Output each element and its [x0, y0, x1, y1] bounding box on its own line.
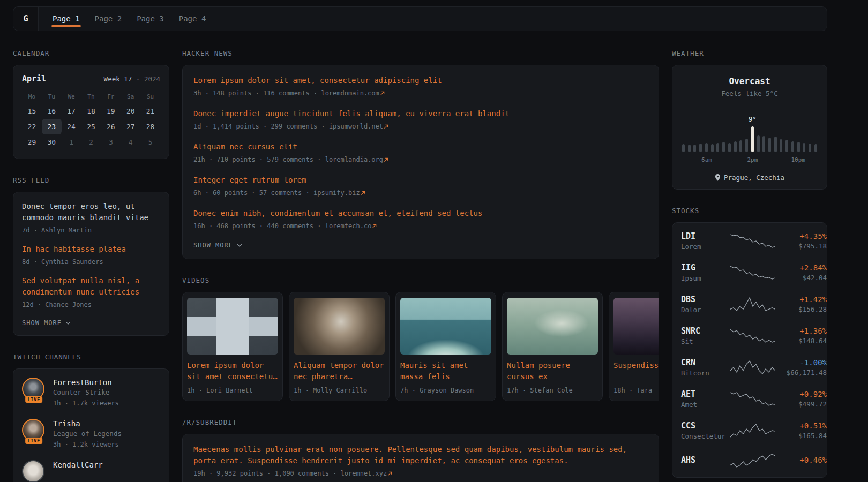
- calendar-day: 27: [121, 119, 140, 134]
- calendar-weekday: Th: [81, 89, 101, 103]
- channel-info: ForrestBurton Counter-Strike 1h · 1.7k v…: [53, 378, 119, 408]
- stock-row[interactable]: DBS Dolor +1.42% $156.28: [681, 295, 818, 314]
- stock-change: +4.35%: [775, 232, 827, 240]
- stock-row[interactable]: LDI Lorem +4.35% $795.18: [681, 231, 818, 251]
- weather-column: [728, 143, 731, 152]
- twitch-widget: TWITCH CHANNELS LIVE ForrestBurton Count…: [13, 353, 169, 482]
- hackernews-show-more-button[interactable]: SHOW MORE: [193, 242, 648, 249]
- twitch-channel[interactable]: LIVE ForrestBurton Counter-Strike 1h · 1…: [22, 378, 160, 408]
- video-card[interactable]: Mauris sit amet massa felis 7h · Grayson…: [395, 292, 496, 401]
- calendar-day: 3: [101, 134, 121, 150]
- feed-item-stats: 6h · 60 points · 57 comments ·: [193, 189, 310, 197]
- dashboard-columns: CALENDAR April Week 17 · 2024 Mo Tu We T…: [13, 49, 827, 482]
- page-tab[interactable]: Page 3: [136, 7, 165, 31]
- stock-row[interactable]: CRN Bitcorn -1.00% $66,171.48: [681, 358, 818, 377]
- calendar-day: 19: [101, 103, 121, 119]
- video-title[interactable]: Nullam posuere cursus ex: [507, 360, 598, 382]
- video-card[interactable]: Suspendisse diam 18h · Tara: [609, 292, 659, 401]
- weather-columns: [681, 114, 818, 152]
- stock-row[interactable]: IIG Ipsum +2.84% $42.04: [681, 263, 818, 282]
- video-thumbnail[interactable]: [613, 298, 659, 355]
- feed-item-source-link[interactable]: loremtech.co: [325, 222, 377, 230]
- stock-id: LDI Lorem: [681, 231, 730, 251]
- calendar-weekday-row: Mo Tu We Th Fr Sa Su: [22, 89, 160, 103]
- video-thumbnail[interactable]: [187, 298, 278, 355]
- calendar-weekday: Sa: [121, 89, 140, 103]
- rss-item-title[interactable]: In hac habitasse platea: [22, 244, 160, 255]
- video-title[interactable]: Mauris sit amet massa felis: [400, 360, 491, 382]
- weather-widget: WEATHER Overcast Feels like 5°C 9° 6am2p…: [672, 49, 827, 190]
- chevron-down-icon: [237, 244, 242, 247]
- calendar-day: 17: [62, 103, 81, 119]
- rss-list: Donec tempor eros leo, ut commodo mauris…: [22, 201, 160, 310]
- feed-item-title[interactable]: Donec imperdiet augue tincidunt felis al…: [193, 108, 648, 119]
- video-title[interactable]: Suspendisse diam: [613, 360, 659, 382]
- stock-row[interactable]: AHS +0.46%: [681, 453, 818, 469]
- feed-item: Maecenas mollis pulvinar erat non posuer…: [193, 444, 648, 478]
- video-thumbnail[interactable]: [294, 298, 385, 355]
- feed-item-title[interactable]: Aliquam nec cursus elit: [193, 141, 648, 153]
- stock-name: Dolor: [681, 306, 730, 314]
- stock-row[interactable]: AET Amet +0.92% $499.72: [681, 389, 818, 409]
- stock-id: CRN Bitcorn: [681, 358, 730, 377]
- weather-column: [711, 144, 714, 152]
- weather-column: [757, 135, 760, 152]
- video-thumbnail[interactable]: [507, 298, 598, 355]
- video-title[interactable]: Lorem ipsum dolor sit amet consectetu…: [187, 360, 278, 382]
- feed-item: Donec enim nibh, condimentum et accumsan…: [193, 208, 648, 231]
- calendar-day: 2: [81, 134, 101, 150]
- stock-id: DBS Dolor: [681, 295, 730, 314]
- stock-symbol: AHS: [681, 455, 730, 465]
- feed-item-title[interactable]: Integer eget rutrum lorem: [193, 175, 648, 186]
- twitch-channel[interactable]: LIVE KendallCarr: [22, 460, 160, 482]
- stock-sparkline: [730, 423, 775, 439]
- feed-item-source-link[interactable]: loremdomain.com: [321, 89, 384, 97]
- weather-column: [768, 138, 771, 152]
- feed-item-title[interactable]: Donec enim nibh, condimentum et accumsan…: [193, 208, 648, 219]
- weather-feels-like: Feels like 5°C: [681, 89, 818, 97]
- weather-column: [780, 139, 782, 152]
- video-card[interactable]: Lorem ipsum dolor sit amet consectetu… 1…: [182, 292, 283, 401]
- video-thumbnail[interactable]: [400, 298, 491, 355]
- rss-show-more-button[interactable]: SHOW MORE: [22, 319, 160, 327]
- feed-item-title[interactable]: Lorem ipsum dolor sit amet, consectetur …: [193, 75, 648, 86]
- stock-id: SNRC Sit: [681, 326, 730, 345]
- page-tab[interactable]: Page 1: [51, 7, 81, 31]
- calendar-days-grid: 15 16 17 18 19 20 21 22 23 24 25 26 27 2…: [22, 103, 160, 150]
- videos-row[interactable]: Lorem ipsum dolor sit amet consectetu… 1…: [182, 292, 659, 401]
- stock-row[interactable]: SNRC Sit +1.36% $148.64: [681, 326, 818, 345]
- feed-item-meta: 19h · 9,932 points · 1,090 comments · lo…: [193, 469, 648, 478]
- feed-item-source-link[interactable]: ipsumify.biz: [313, 189, 365, 197]
- calendar-header: April Week 17 · 2024: [22, 74, 160, 84]
- feed-item-source-link[interactable]: loremnet.xyz: [341, 470, 393, 477]
- feed-item-source: loremtech.co: [325, 222, 372, 230]
- feed-item-title[interactable]: Maecenas mollis pulvinar erat non posuer…: [193, 444, 648, 466]
- weather-column: [688, 145, 691, 152]
- avatar: LIVE: [22, 460, 46, 482]
- page-tab[interactable]: Page 2: [94, 7, 123, 31]
- section-title-videos: VIDEOS: [182, 276, 659, 284]
- page-tab[interactable]: Page 4: [178, 7, 207, 31]
- feed-item-stats: 16h · 468 points · 440 comments ·: [193, 222, 321, 230]
- stock-row[interactable]: CCS Consectetur +0.51% $165.84: [681, 421, 818, 440]
- video-card[interactable]: Nullam posuere cursus ex 17h · Stefan Co…: [502, 292, 603, 401]
- channel-meta: 3h · 1.2k viewers: [53, 440, 122, 449]
- hackernews-card: Lorem ipsum dolor sit amet, consectetur …: [182, 65, 659, 259]
- video-card[interactable]: Aliquam tempor dolor nec pharetra… 1h · …: [289, 292, 390, 401]
- rss-item-title[interactable]: Donec tempor eros leo, ut commodo mauris…: [22, 201, 160, 223]
- stock-name: Bitcorn: [681, 369, 730, 377]
- feed-item-source-link[interactable]: ipsumworld.net: [329, 123, 388, 130]
- stock-sparkline: [730, 265, 775, 281]
- channel-info: KendallCarr: [53, 460, 103, 471]
- twitch-channel[interactable]: LIVE Trisha League of Legends 3h · 1.2k …: [22, 419, 160, 449]
- external-link-icon: [384, 124, 388, 129]
- feed-item-source-link[interactable]: loremlandia.org: [325, 156, 388, 163]
- video-title[interactable]: Aliquam tempor dolor nec pharetra…: [294, 360, 385, 382]
- stock-id: AET Amet: [681, 389, 730, 409]
- stock-name: Lorem: [681, 243, 730, 251]
- page-tabs: Page 1 Page 2 Page 3 Page 4: [39, 7, 220, 31]
- rss-item-title[interactable]: Sed volutpat nulla nisl, a condimentum n…: [22, 275, 160, 298]
- weather-location: Prague, Czechia: [681, 174, 818, 182]
- calendar-day: 4: [121, 134, 140, 150]
- app-logo[interactable]: G: [13, 7, 39, 31]
